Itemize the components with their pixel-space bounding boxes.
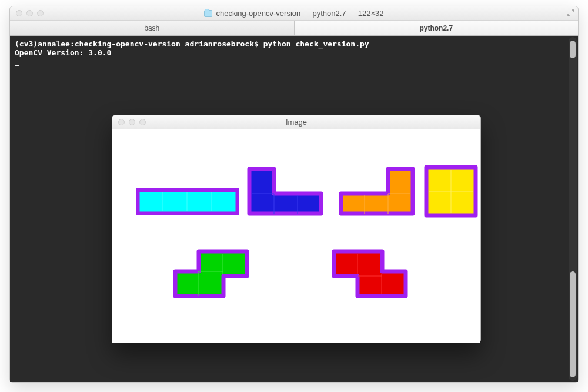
command: python check_version.py — [263, 39, 369, 48]
tab-label: python2.7 — [419, 24, 453, 32]
folder-icon — [204, 10, 212, 17]
image-canvas — [112, 129, 480, 343]
image-titlebar[interactable]: Image — [112, 115, 480, 129]
tetris-z-piece — [330, 247, 410, 300]
image-window-title: Image — [112, 118, 480, 127]
tetris-j-piece — [245, 165, 325, 218]
minimize-icon[interactable] — [26, 10, 33, 16]
tetris-o-piece — [424, 165, 478, 218]
tetris-l-piece — [337, 165, 417, 218]
close-icon[interactable] — [16, 10, 22, 16]
tetris-i-piece — [136, 188, 239, 215]
output-line: OpenCV Version: 3.0.0 — [15, 48, 573, 57]
tetris-s-piece — [171, 247, 251, 300]
cursor-icon — [15, 58, 19, 66]
traffic-lights — [10, 10, 44, 16]
tabbar: bash python2.7 — [10, 21, 578, 36]
svg-rect-0 — [138, 190, 238, 214]
expand-icon[interactable] — [567, 9, 574, 16]
tab-python[interactable]: python2.7 — [295, 21, 579, 35]
titlebar[interactable]: checking-opencv-version — python2.7 — 12… — [10, 6, 578, 21]
scrollbar[interactable] — [569, 37, 577, 381]
scroll-thumb-top[interactable] — [570, 41, 576, 58]
prompt: (cv3)annalee:checking-opencv-version adr… — [15, 39, 263, 48]
maximize-icon[interactable] — [37, 10, 44, 16]
window-title-text: checking-opencv-version — python2.7 — 12… — [216, 9, 383, 18]
tab-bash[interactable]: bash — [10, 21, 295, 35]
scroll-thumb-bottom[interactable] — [570, 271, 576, 377]
window-title: checking-opencv-version — python2.7 — 12… — [10, 9, 578, 18]
tab-label: bash — [144, 24, 159, 32]
image-window: Image — [112, 115, 481, 343]
